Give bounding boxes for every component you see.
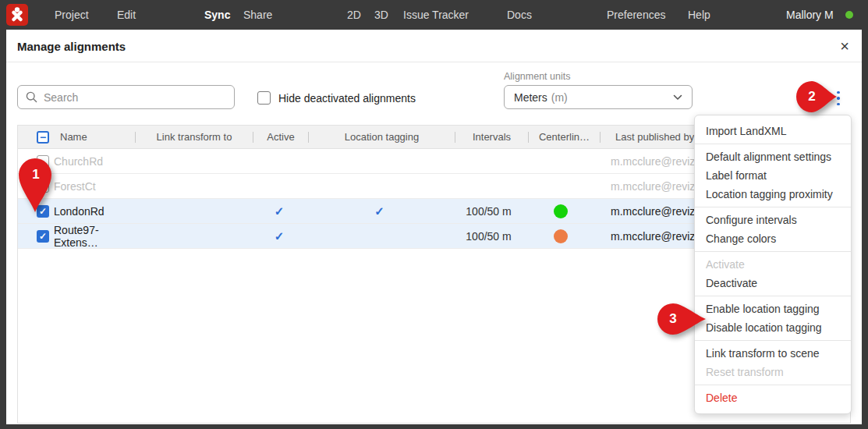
row-checkbox-checked[interactable]: ✓	[37, 205, 49, 218]
menu-item-activate: Activate	[695, 255, 851, 274]
alignment-name: Route97-Extens…	[49, 224, 135, 249]
menu-item-deactivate[interactable]: Deactivate	[695, 274, 851, 292]
centerline-color-dot	[554, 229, 568, 243]
menu-help[interactable]: Help	[688, 0, 710, 30]
hide-deactivated-label[interactable]: Hide deactivated alignments	[278, 92, 416, 105]
units-selected-value: Meters	[514, 91, 547, 104]
menu-edit[interactable]: Edit	[117, 0, 136, 30]
menu-item-change-colors[interactable]: Change colors	[695, 229, 851, 248]
menu-item-import-landxml[interactable]: Import LandXML	[695, 122, 851, 140]
user-status-dot	[845, 11, 853, 19]
alignment-name: ForestCt	[49, 180, 135, 193]
header-divider	[6, 62, 862, 62]
hide-deactivated-checkbox[interactable]	[257, 91, 271, 105]
search-icon	[26, 91, 37, 103]
top-menu-bar: Project Edit Sync Share 2D 3D Issue Trac…	[0, 0, 868, 30]
menu-project[interactable]: Project	[55, 0, 89, 30]
active-check-icon: ✓	[275, 229, 285, 243]
app-logo-icon[interactable]	[6, 4, 28, 26]
menu-item-label-format[interactable]: Label format	[695, 166, 851, 185]
menu-2d[interactable]: 2D	[347, 0, 361, 30]
alignment-name: ChurchRd	[49, 155, 135, 168]
menu-item-enable-location-tagging[interactable]: Enable location tagging	[695, 300, 851, 318]
chevron-down-icon	[673, 94, 682, 101]
menu-sync[interactable]: Sync	[204, 0, 230, 30]
menu-item-disable-location-tagging[interactable]: Disable location tagging	[695, 318, 851, 337]
intervals-value: 100/50 m	[452, 230, 525, 243]
alignment-units-select[interactable]: Meters (m)	[504, 85, 693, 109]
menu-3d[interactable]: 3D	[374, 0, 388, 30]
col-header-centerline: Centerlin…	[529, 131, 600, 143]
hide-deactivated-control: Hide deactivated alignments	[257, 91, 416, 105]
menu-item-link-transform-to-scene[interactable]: Link transform to scene	[695, 344, 851, 363]
alignment-units-label: Alignment units	[504, 71, 570, 82]
centerline-color-dot	[554, 204, 568, 218]
col-header-name: Name	[49, 131, 135, 143]
close-icon[interactable]: ×	[840, 37, 849, 55]
col-header-location-tagging: Location tagging	[309, 131, 455, 143]
col-header-intervals: Intervals	[455, 131, 528, 143]
menu-issue-tracker[interactable]: Issue Tracker	[403, 0, 469, 30]
search-field	[17, 85, 235, 109]
app-window: Project Edit Sync Share 2D 3D Issue Trac…	[0, 0, 868, 429]
select-all-checkbox[interactable]: −	[37, 131, 49, 144]
kebab-menu-icon[interactable]	[832, 88, 845, 108]
search-input[interactable]	[44, 91, 234, 104]
menu-item-location-tagging-proximity[interactable]: Location tagging proximity	[695, 185, 851, 204]
active-check-icon: ✓	[275, 204, 285, 218]
menu-item-default-alignment-settings[interactable]: Default alignment settings	[695, 147, 851, 166]
alignment-name: LondonRd	[49, 205, 135, 218]
menu-docs[interactable]: Docs	[507, 0, 532, 30]
menu-item-configure-intervals[interactable]: Configure intervals	[695, 211, 851, 229]
menu-item-delete[interactable]: Delete	[695, 388, 851, 407]
menu-share[interactable]: Share	[243, 0, 272, 30]
menu-item-reset-transform: Reset transform	[695, 363, 851, 381]
col-header-link-transform: Link transform to	[136, 131, 253, 143]
intervals-value: 100/50 m	[452, 205, 525, 218]
col-header-active: Active	[253, 131, 308, 143]
row-checkbox-checked[interactable]: ✓	[37, 230, 49, 243]
location-tagging-check-icon: ✓	[374, 204, 384, 218]
context-menu: Import LandXML Default alignment setting…	[694, 115, 852, 414]
dialog-title: Manage alignments	[17, 40, 126, 53]
row-checkbox[interactable]	[37, 180, 49, 193]
units-selected-suffix: (m)	[551, 91, 568, 104]
manage-alignments-dialog: Manage alignments × Hide deactivated ali…	[6, 30, 862, 424]
row-checkbox[interactable]	[37, 155, 49, 168]
menu-preferences[interactable]: Preferences	[607, 0, 665, 30]
user-menu[interactable]: Mallory M	[786, 0, 834, 30]
